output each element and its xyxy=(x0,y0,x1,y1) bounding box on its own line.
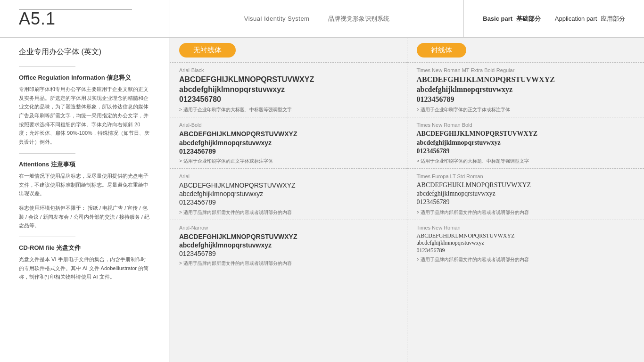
font-alpha-lower-tnr: abcdefghijklmnopqrstuvwxyz xyxy=(417,239,635,247)
font-alpha-lower-arial-bold: abcdefghijklmnopqrstuvwxyz xyxy=(179,139,397,147)
font-digits-arial-black: 0123456780 xyxy=(179,95,397,105)
sans-serif-badge: 无衬线体 xyxy=(179,43,236,58)
font-entry-arial-narrow: Arial-Narrow ABCDEFGHIJKLMNOPQRSTUVWXYZ … xyxy=(170,220,407,271)
font-alpha-lower-arial-black: abcdefghijklmnopqrstuvwxyz xyxy=(179,85,397,95)
font-alpha-upper-arial-bold: ABCDEFGHIJKLMNOPQRSTUVWXYZ xyxy=(179,130,397,138)
font-note-arial-black: 适用于企业印刷字体的大标题、中标题等强调型文字 xyxy=(179,106,397,113)
font-alpha-upper-times-europa: ABCDEFGHIJKLMNOPQRSTUVWXYZ xyxy=(417,181,635,189)
vis-system-en: Visual Identity System xyxy=(244,15,310,22)
header: A5.1 Visual Identity System 品牌视觉形象识别系统 B… xyxy=(0,0,644,38)
font-alpha-lower-arial: abcdefghijklmnopqrstuvwxyz xyxy=(179,189,397,198)
header-left: A5.1 xyxy=(19,10,170,27)
font-alpha-upper-arial-black: ABCDEFGHIJKLMNOPQRSTUVWXYZ xyxy=(179,75,397,85)
font-alpha-lower-tnr-extrabold: abcdefghijklmnopqrstuvwxyz xyxy=(417,85,635,95)
font-name-arial: Arial xyxy=(179,173,397,179)
font-alpha-upper-tnr: ABCDEFGHIJKLMNOPQRSTUVWXYZ xyxy=(417,232,635,240)
header-center: Visual Identity System 品牌视觉形象识别系统 xyxy=(170,0,464,37)
font-note-arial-narrow: 适用于品牌内部所需文件的内容或者说明部分的内容 xyxy=(179,260,397,267)
section3-text: 光盘文件是本 VI 手册电子文件的集合，内含手册制作时的专用软件格式文件。其中 … xyxy=(19,255,150,281)
serif-column: 衬线体 Times New Roman MT Extra Bold-Regula… xyxy=(407,38,644,362)
font-alpha-lower-tnr-bold: abcdefghijklmnopqrstuvwxyz xyxy=(417,139,635,147)
main-content: 企业专用办公字体 (英文) Office Regulation Informat… xyxy=(0,38,644,362)
section2-text2: 标志使用环境包括但不限于： 报纸 / 电视广告 / 宣传 / 包装 / 会议 /… xyxy=(19,204,150,230)
font-name-tnr-extrabold: Times New Roman MT Extra Bold-Regular xyxy=(417,67,635,73)
divider-2 xyxy=(19,153,75,154)
right-panel: 无衬线体 Arial-Black ABCDEFGHIJKLMNOPQRSTUVW… xyxy=(170,38,644,362)
sans-serif-column: 无衬线体 Arial-Black ABCDEFGHIJKLMNOPQRSTUVW… xyxy=(170,38,407,362)
font-alpha-upper-tnr-bold: ABCDEFGHIJKLMNOPQRSTUVWXYZ xyxy=(417,130,635,138)
font-entry-arial: Arial ABCDEFGHIJKLMNOPQRSTUVWXYZ abcdefg… xyxy=(170,168,407,220)
font-alpha-upper-tnr-extrabold: ABCDEFGHIJKLMNOPQRSTUVWXYZ xyxy=(417,75,635,85)
font-entry-tnr: Times New Roman ABCDEFGHIJKLMNOPQRSTUVWX… xyxy=(407,220,644,267)
font-name-arial-bold: Arial-Bold xyxy=(179,122,397,128)
font-note-arial-bold: 适用于企业印刷字体的正文字体或标注字体 xyxy=(179,157,397,165)
font-note-tnr-bold: 适用于企业印刷字体的大标题、中标题等强调型文字 xyxy=(417,157,635,165)
font-digits-tnr-bold: 0123456789 xyxy=(417,147,635,156)
font-note-times-europa: 适用于品牌内部所需文件的内容或者说明部分的内容 xyxy=(417,209,635,216)
font-entry-arial-black: Arial-Black ABCDEFGHIJKLMNOPQRSTUVWXYZ a… xyxy=(170,62,407,117)
left-panel: 企业专用办公字体 (英文) Office Regulation Informat… xyxy=(0,38,170,362)
font-note-tnr-extrabold: 适用于企业印刷字体的正文字体或标注字体 xyxy=(417,106,635,113)
font-entry-times-europa: Times Europa LT Std Roman ABCDEFGHIJKLMN… xyxy=(407,168,644,220)
font-name-tnr-bold: Times New Roman Bold xyxy=(417,122,635,128)
vis-system-cn: 品牌视觉形象识别系统 xyxy=(328,15,389,23)
font-entry-arial-bold: Arial-Bold ABCDEFGHIJKLMNOPQRSTUVWXYZ ab… xyxy=(170,117,407,168)
font-entry-tnr-extrabold: Times New Roman MT Extra Bold-Regular AB… xyxy=(407,62,644,117)
font-name-tnr: Times New Roman xyxy=(417,225,635,230)
font-name-times-europa: Times Europa LT Std Roman xyxy=(417,173,635,179)
section2-text1: 在一般情况下使用品牌标志，应尽量使用提供的光盘电子文件，不建议使用标准制图绘制标… xyxy=(19,172,150,198)
left-title: 企业专用办公字体 (英文) xyxy=(19,47,150,57)
font-digits-arial-narrow: 0123456789 xyxy=(179,249,397,258)
font-entry-tnr-bold: Times New Roman Bold ABCDEFGHIJKLMNOPQRS… xyxy=(407,117,644,168)
font-note-arial: 适用于品牌内部所需文件的内容或者说明部分的内容 xyxy=(179,209,397,216)
font-digits-arial-bold: 0123456789 xyxy=(179,147,397,156)
font-name-arial-black: Arial-Black xyxy=(179,67,397,73)
section3-heading: CD-ROM file 光盘文件 xyxy=(19,244,150,252)
section1-text: 专用印刷字体和专用办公字体主要应用于企业文献的正文及实务用品。所选定的字体用以实… xyxy=(19,85,150,147)
header-top-rule xyxy=(19,9,132,10)
font-digits-tnr: 0123456789 xyxy=(417,247,635,255)
font-alpha-lower-times-europa: abcdefghijklmnopqrstuvwxyz xyxy=(417,189,635,198)
serif-header: 衬线体 xyxy=(407,38,644,62)
font-alpha-upper-arial-narrow: ABCDEFGHIJKLMNOPQRSTUVWXYZ xyxy=(179,232,397,241)
font-digits-tnr-extrabold: 0123456789 xyxy=(417,95,635,105)
font-alpha-upper-arial: ABCDEFGHIJKLMNOPQRSTUVWXYZ xyxy=(179,181,397,189)
font-note-tnr: 适用于品牌内部所需文件的内容或者说明部分的内容 xyxy=(417,256,635,263)
font-digits-arial: 0123456789 xyxy=(179,198,397,206)
page-number: A5.1 xyxy=(19,10,170,27)
section1-heading: Office Regulation Information 信息释义 xyxy=(19,74,150,82)
sans-serif-header: 无衬线体 xyxy=(170,38,407,62)
divider-3 xyxy=(19,237,75,237)
nav-application[interactable]: Application part 应用部分 xyxy=(555,15,625,23)
font-name-arial-narrow: Arial-Narrow xyxy=(179,225,397,230)
font-digits-times-europa: 0123456789 xyxy=(417,198,635,206)
serif-badge: 衬线体 xyxy=(417,43,466,58)
font-alpha-lower-arial-narrow: abcdefghijklmnopqrstuvwxyz xyxy=(179,241,397,249)
nav-basic[interactable]: Basic part 基础部分 xyxy=(483,15,541,23)
section2-heading: Attentions 注意事项 xyxy=(19,160,150,169)
divider-1 xyxy=(19,66,75,67)
header-right: Basic part 基础部分 Application part 应用部分 xyxy=(464,15,625,23)
